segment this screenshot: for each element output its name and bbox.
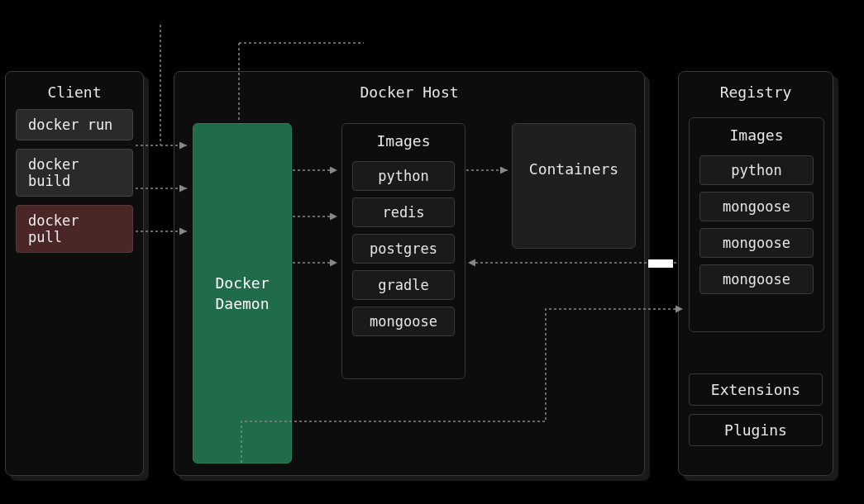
- containers-panel: Containers: [512, 123, 636, 249]
- host-images-panel: Images python redis postgres gradle mong…: [341, 123, 465, 379]
- client-panel: Client docker run docker build docker pu…: [5, 71, 144, 476]
- cmd-docker-run: docker run: [16, 109, 133, 140]
- registry-extensions: Extensions: [689, 373, 823, 406]
- registry-plugins: Plugins: [689, 414, 823, 446]
- docker-host-panel: Docker Host Docker Daemon Images python …: [174, 71, 645, 476]
- host-image-mongoose: mongoose: [352, 307, 455, 336]
- cmd-docker-pull: docker pull: [16, 205, 133, 253]
- registry-images-panel: Images python mongoose mongoose mongoose: [689, 117, 824, 332]
- registry-image-2: mongoose: [699, 228, 814, 258]
- host-image-gradle: gradle: [352, 270, 455, 300]
- registry-image-0: python: [699, 155, 814, 185]
- daemon-label: Docker Daemon: [215, 273, 269, 314]
- registry-image-3: mongoose: [699, 264, 814, 294]
- host-image-redis: redis: [352, 197, 455, 227]
- svg-rect-11: [648, 259, 673, 268]
- host-image-python: python: [352, 161, 455, 191]
- host-images-title: Images: [342, 124, 465, 155]
- host-image-postgres: postgres: [352, 234, 455, 264]
- registry-title: Registry: [679, 72, 833, 101]
- client-title: Client: [6, 72, 143, 101]
- host-title: Docker Host: [174, 72, 644, 101]
- registry-panel: Registry Images python mongoose mongoose…: [678, 71, 833, 476]
- docker-daemon: Docker Daemon: [193, 123, 292, 464]
- cmd-docker-build: docker build: [16, 149, 133, 197]
- containers-label: Containers: [529, 160, 618, 178]
- registry-image-1: mongoose: [699, 192, 814, 221]
- registry-images-title: Images: [690, 118, 823, 149]
